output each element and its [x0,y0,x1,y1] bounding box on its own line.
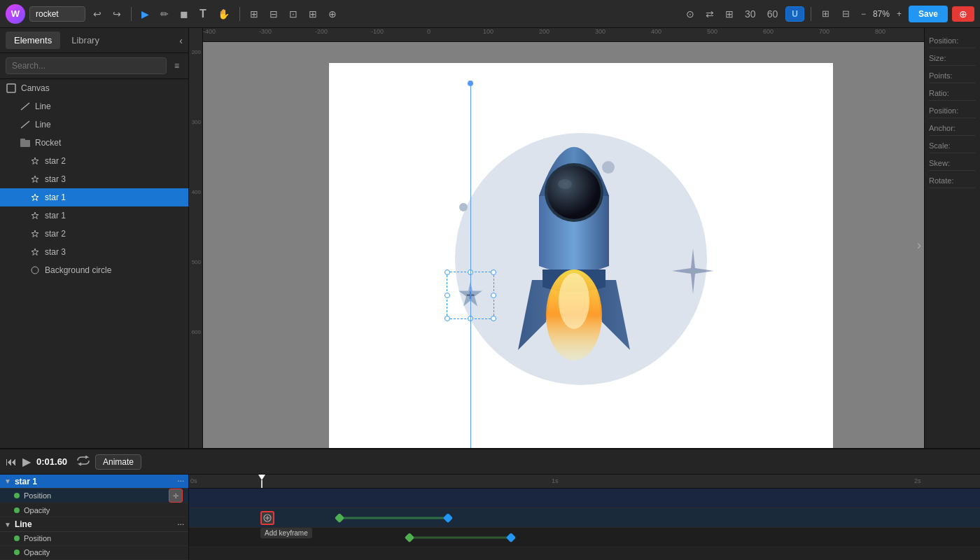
tl-kf-pos-end[interactable] [443,512,453,522]
add-keyframe-button[interactable]: ✛ [169,489,183,503]
search-input[interactable] [6,57,167,74]
zoom-plus[interactable]: + [894,8,904,20]
bg-circle-icon [29,265,41,276]
layer-item-star1b[interactable]: star 1 [0,206,188,225]
tl-line-position-dot [14,536,20,541]
tl-group-star1-options[interactable]: ⋯ [177,477,184,485]
layer-item-star3a[interactable]: star 3 [0,170,188,188]
tl-group-line-options[interactable]: ⋯ [177,521,184,528]
layer-item-star2b[interactable]: star 2 [0,225,188,243]
canvas-right-nav[interactable]: › [917,238,921,253]
tl-time-ruler: 0s 1s 2s [189,475,980,489]
layer-item-star3b[interactable]: star 3 [0,243,188,261]
preview-button[interactable]: ⊙ [682,6,698,22]
undo-button[interactable]: ↩ [90,6,105,22]
handle-mid-left[interactable] [444,293,450,298]
tl-expand-star1[interactable]: ▼ [4,477,11,485]
tl-prop-position-line: Position [0,532,188,546]
layer-item-line1[interactable]: Line [0,97,188,115]
tl-group-star1[interactable]: ▼ star 1 ⋯ [0,475,188,489]
layer-item-rocket[interactable]: Rocket [0,134,188,152]
layer-item-star2a[interactable]: star 2 [0,152,188,170]
tl-animate-button[interactable]: Animate [95,454,141,470]
panel-collapse-button[interactable]: ‹ [179,35,183,46]
zoom-level: 87% [873,9,890,19]
svg-marker-8 [31,212,38,219]
tl-add-kf-icon-area[interactable]: Add keyframe [260,511,274,525]
align-right[interactable]: ⊞ [722,6,737,22]
layer-item-line2[interactable]: Line [0,115,188,134]
tl-opacity-dot [14,507,20,513]
canvas-icon [6,83,17,94]
text-tool-button[interactable]: T [196,5,210,23]
pen-tool-button[interactable]: ✏ [157,6,172,22]
warp-tool[interactable]: ⊞ [305,6,321,22]
timer-button[interactable]: 30 [741,6,760,22]
svg-point-14 [558,179,572,189]
star1a-label: star 1 [45,192,66,202]
rocket-folder-icon [20,137,31,148]
selection-box[interactable]: ✛ [447,272,494,319]
tl-track-star1-group [189,489,980,508]
select-tool-button[interactable]: ▶ [138,6,153,22]
tl-add-kf-icon[interactable] [260,511,274,525]
tab-library[interactable]: Library [63,31,108,49]
tl-track-opacity-star1[interactable] [189,528,980,547]
ruler-mark-v200: 200 [192,49,201,55]
tl-track-position-star1[interactable]: Add keyframe [189,508,980,528]
tl-kf-opacity-end[interactable] [506,532,516,542]
app-logo: W [6,4,25,24]
tl-group-line-label: Line [15,519,32,529]
crop-tool[interactable]: ⊡ [286,6,301,22]
layer-item-star1a[interactable]: star 1 [0,188,188,206]
timer2-button[interactable]: 60 [764,6,782,22]
snap-button[interactable]: ⊟ [838,6,854,22]
handle-top-right[interactable] [491,270,496,275]
shape-tool-button[interactable]: ◼ [176,6,192,22]
layer-item-bg-circle[interactable]: Background circle [0,261,188,279]
grid-button[interactable]: ⊞ [818,6,834,22]
tl-loop-button[interactable] [77,456,90,468]
tl-track-line-group [189,547,980,560]
tl-expand-line[interactable]: ▼ [4,521,11,528]
tl-prop-position-star1: Position ✛ [0,489,188,503]
ruler-mark-neg200: -200 [315,28,328,35]
handle-mid-right[interactable] [491,293,496,298]
handle-bot-left[interactable] [444,316,450,321]
tl-group-line[interactable]: ▼ Line ⋯ [0,517,188,531]
line2-label: Line [35,120,51,130]
list-view-button[interactable]: ≡ [171,58,183,74]
layer-item-canvas[interactable]: Canvas [0,79,188,97]
boolean-tool[interactable]: ⊕ [325,6,340,22]
handle-bot-right[interactable] [491,316,496,321]
align-tool[interactable]: ⊟ [266,6,281,22]
tl-play-button[interactable]: ▶ [22,455,31,468]
tl-rewind-button[interactable]: ⏮ [6,456,17,468]
redo-button[interactable]: ↪ [109,6,125,22]
ruler-mark-neg300: -300 [259,28,272,35]
hand-tool-button[interactable]: ✋ [214,6,233,22]
handle-top-left[interactable] [444,270,450,275]
left-panel: Elements Library ‹ ≡ Canvas Line [0,28,189,448]
line1-icon [20,101,31,112]
svg-line-2 [21,121,29,128]
transform-tool[interactable]: ⊞ [246,6,262,22]
flip-button[interactable]: ⇄ [702,6,718,22]
prop-skew-label: Skew: [929,156,976,171]
timeline-labels: ▼ star 1 ⋯ Position ✛ Opacity [0,475,189,560]
u-button[interactable]: U [785,6,804,22]
project-name-input[interactable] [29,6,85,22]
zoom-minus[interactable]: − [858,8,869,20]
export-button[interactable]: ⊕ [952,6,974,22]
rocket-label: Rocket [35,138,61,148]
save-button[interactable]: Save [909,6,948,22]
ruler-mark-neg100: -100 [371,28,384,35]
tl-playhead-marker[interactable] [262,475,269,480]
ruler-mark-800: 800 [875,28,886,35]
star2b-icon [29,228,41,239]
prop-size-label: Size: [929,51,976,66]
svg-marker-10 [31,248,38,255]
star1b-icon [29,210,41,221]
canvas-area[interactable]: -400 -300 -200 -100 0 100 200 300 400 50… [189,28,924,448]
tab-elements[interactable]: Elements [6,31,60,49]
